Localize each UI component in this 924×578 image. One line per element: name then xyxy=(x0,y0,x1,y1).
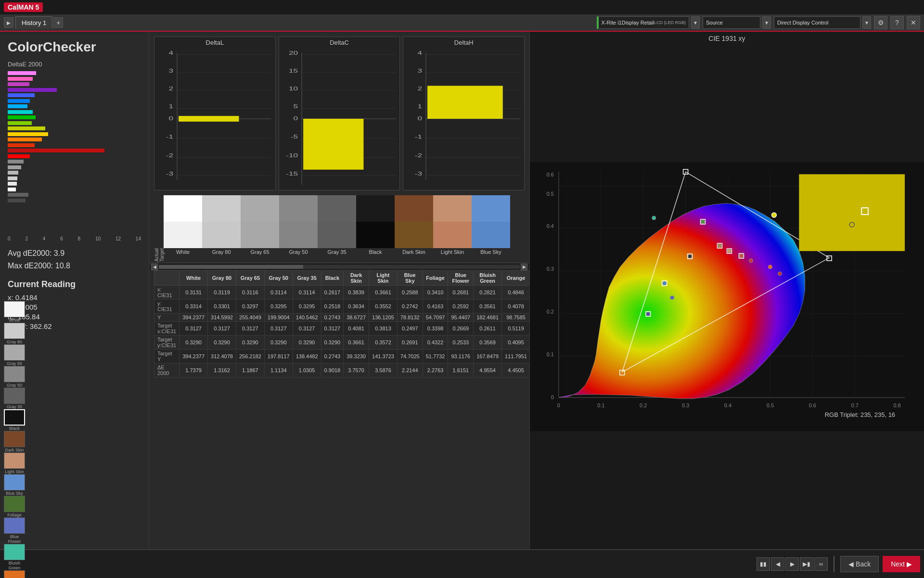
svg-text:0: 0 xyxy=(418,115,423,121)
bar-fill xyxy=(8,160,24,163)
bottom-swatch-label: White xyxy=(4,318,25,323)
bar-fill xyxy=(8,121,32,125)
bottom-swatch[interactable]: White xyxy=(4,301,25,323)
table-cell: 0.3295 xyxy=(293,300,321,314)
bottom-swatch[interactable]: Gray 65 xyxy=(4,344,25,366)
svg-text:-3: -3 xyxy=(166,171,173,176)
device-dropdown[interactable]: ▼ xyxy=(691,16,700,29)
svg-point-92 xyxy=(688,254,692,258)
swatch-group[interactable]: Gray 50 xyxy=(279,195,318,263)
table-col-header: Blue Flower xyxy=(448,271,474,286)
bar-fill xyxy=(8,149,104,152)
table-cell: 111.7951 xyxy=(502,350,529,364)
prev-btn[interactable]: ◀ xyxy=(771,557,784,571)
bottom-swatch[interactable]: Gray 80 xyxy=(4,323,25,344)
tab-prev-btn[interactable]: ▶ xyxy=(4,17,13,28)
help-btn[interactable]: ? xyxy=(890,16,904,29)
bottom-swatch-color xyxy=(4,496,25,512)
source-dropdown[interactable]: ▼ xyxy=(762,16,771,29)
svg-text:0.6: 0.6 xyxy=(547,172,554,177)
reading-x: x: 0.4184 xyxy=(8,293,141,302)
swatch-group[interactable]: Black xyxy=(356,195,395,263)
table-cell: 138.4482 xyxy=(293,350,321,364)
bottom-swatch-color xyxy=(4,544,25,560)
history-tab[interactable]: History 1 xyxy=(15,16,52,29)
close-btn[interactable]: ✕ xyxy=(907,16,920,29)
tab-add-btn[interactable]: + xyxy=(53,17,63,28)
bottom-swatch[interactable]: Orange xyxy=(4,570,25,578)
svg-text:0.1: 0.1 xyxy=(547,352,554,357)
bottom-swatch[interactable]: Blue Flower xyxy=(4,517,25,544)
axis-labels: 0 2 4 6 8 10 12 14 xyxy=(8,236,141,241)
table-row: Target y:CIE310.32900.32900.32900.32900.… xyxy=(154,336,530,350)
bottom-swatch-color xyxy=(4,452,25,469)
swatch-group[interactable]: Gray 65 xyxy=(241,195,279,263)
table-cell: 0.2533 xyxy=(448,336,474,350)
bar-row xyxy=(8,170,142,175)
swatch-group[interactable]: Dark Skin xyxy=(395,195,433,263)
swatch-actual xyxy=(433,195,472,222)
swatch-group[interactable]: Gray 80 xyxy=(202,195,241,263)
bar-row xyxy=(8,176,142,181)
bottom-swatch[interactable]: Gray 35 xyxy=(4,388,25,409)
table-row-label: x: CIE31 xyxy=(154,286,180,300)
divider xyxy=(834,556,834,572)
next-btn[interactable]: Next ▶ xyxy=(883,556,920,572)
next-frame-btn[interactable]: ▶▮ xyxy=(800,557,813,571)
bottom-swatch[interactable]: Blue Sky xyxy=(4,474,25,496)
delta-charts-row: DeltaL 4 3 2 1 0 -1 -2 -3 xyxy=(149,32,529,195)
center-panel: DeltaL 4 3 2 1 0 -1 -2 -3 xyxy=(149,32,529,549)
table-cell: 0.3290 xyxy=(180,336,208,350)
bottom-swatch[interactable]: Dark Skin xyxy=(4,431,25,452)
table-row: Target Y394.2377312.4078256.2182197.8117… xyxy=(154,350,530,364)
bottom-swatch-label: Gray 50 xyxy=(4,383,25,388)
svg-text:0.4: 0.4 xyxy=(724,402,732,408)
bottom-swatch[interactable]: Bluish Green xyxy=(4,544,25,570)
svg-text:20: 20 xyxy=(289,50,298,56)
bottom-swatch-color xyxy=(4,323,25,339)
scroll-track[interactable] xyxy=(159,265,520,269)
bottom-swatch[interactable]: Light Skin xyxy=(4,452,25,474)
bar-fill xyxy=(8,188,16,191)
table-cell: 0.3297 xyxy=(236,300,264,314)
scroll-right[interactable]: ▶ xyxy=(521,264,527,270)
bar-fill xyxy=(8,171,18,175)
swatch-group[interactable]: Blue Sky xyxy=(472,195,510,263)
table-cell: 0.3116 xyxy=(236,286,264,300)
next-label: Next xyxy=(891,560,905,568)
bar-row xyxy=(8,148,142,153)
table-cell: 0.4163 xyxy=(423,300,448,314)
settings-btn[interactable]: ⚙ xyxy=(874,16,887,29)
table-cell: 0.3127 xyxy=(208,322,236,336)
table-cell: 0.3127 xyxy=(264,322,293,336)
table-row-label: Target y:CIE31 xyxy=(154,336,180,350)
bottom-swatch[interactable]: Foliage xyxy=(4,496,25,517)
table-cell: 0.3661 xyxy=(369,286,398,300)
scroll-left[interactable]: ◀ xyxy=(151,264,158,270)
swatch-group[interactable]: Light Skin xyxy=(433,195,472,263)
svg-text:-1: -1 xyxy=(166,134,173,139)
play-btn[interactable]: ▶ xyxy=(785,557,799,571)
bottom-swatch-color xyxy=(4,409,25,426)
table-cell: 167.8479 xyxy=(474,350,502,364)
bar-row xyxy=(8,71,142,75)
bottom-swatch[interactable]: Gray 50 xyxy=(4,366,25,388)
swatch-group[interactable]: Gray 35 xyxy=(318,195,356,263)
table-cell: 0.2497 xyxy=(397,322,423,336)
swatch-actual xyxy=(472,195,510,222)
svg-point-100 xyxy=(749,259,753,263)
svg-text:0.6: 0.6 xyxy=(809,402,816,408)
current-reading-section: Current Reading x: 0.4184 y: 0.5005 fL: … xyxy=(8,279,141,330)
table-cell: 0.3127 xyxy=(236,322,264,336)
bottom-swatch[interactable]: Black xyxy=(4,409,25,431)
swatch-group[interactable]: White xyxy=(164,195,202,263)
swatch-name: White xyxy=(176,249,190,255)
loop-btn[interactable]: ∞ xyxy=(814,557,828,571)
table-row: x: CIE310.31310.31190.31160.31140.31140.… xyxy=(154,286,530,300)
back-btn[interactable]: ◀ Back xyxy=(840,556,879,572)
stop-btn[interactable]: ▮▮ xyxy=(757,557,770,571)
table-cell: 4.4505 xyxy=(502,364,529,377)
ddc-dropdown[interactable]: ▼ xyxy=(862,16,871,29)
table-row: ΔE 20001.73791.31621.18671.11341.03050.9… xyxy=(154,364,530,377)
bottom-right-controls: ▮▮ ◀ ▶ ▶▮ ∞ ◀ Back Next ▶ xyxy=(757,556,920,572)
